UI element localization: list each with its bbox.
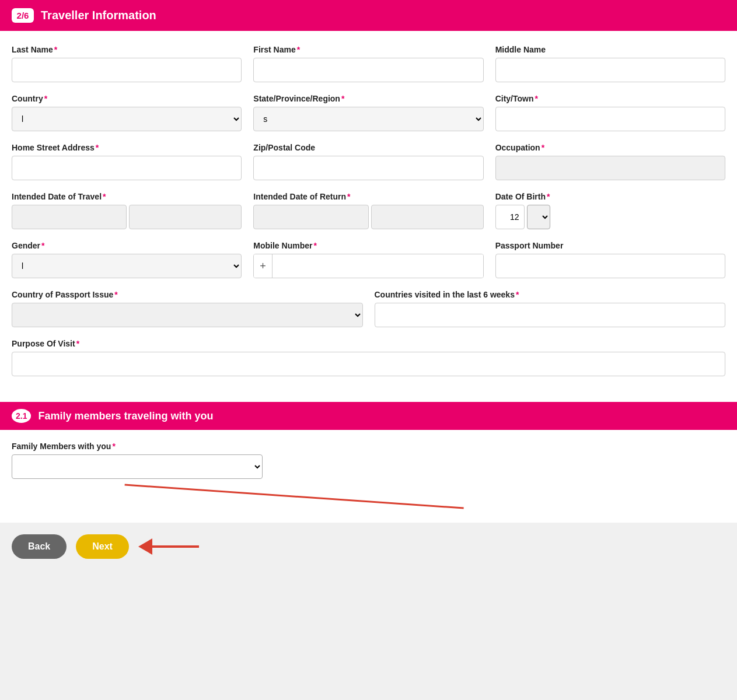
dob-field: Date Of Birth*	[495, 192, 725, 229]
city-required: *	[535, 94, 538, 103]
purpose-label: Purpose Of Visit*	[12, 339, 725, 348]
middle-name-field: Middle Name	[495, 45, 725, 82]
phone-prefix: +	[254, 254, 273, 278]
address-field: Home Street Address*	[12, 143, 242, 180]
return-date-required: *	[347, 192, 350, 201]
svg-line-0	[125, 485, 464, 508]
gender-field: Gender* l	[12, 241, 242, 278]
countries-visited-field: Countries visited in the last 6 weeks*	[375, 290, 726, 327]
state-label: State/Province/Region*	[253, 94, 483, 103]
first-name-label: First Name*	[253, 45, 483, 54]
passport-country-field: Country of Passport Issue*	[12, 290, 363, 327]
family-section-title: Family members traveling with you	[38, 410, 213, 422]
address-input[interactable]	[12, 156, 242, 180]
travel-date-field: Intended Date of Travel*	[12, 192, 242, 229]
zip-field: Zip/Postal Code	[253, 143, 483, 180]
first-name-required: *	[297, 45, 300, 54]
occupation-input[interactable]	[495, 156, 725, 180]
city-field: City/Town*	[495, 94, 725, 131]
dob-month-select[interactable]	[527, 205, 550, 229]
city-label: City/Town*	[495, 94, 725, 103]
countries-visited-input[interactable]	[375, 303, 726, 327]
phone-number-input[interactable]	[273, 254, 483, 278]
state-select[interactable]: s	[253, 107, 483, 131]
location-row: Country* l State/Province/Region* s City…	[12, 94, 725, 131]
occupation-field: Occupation*	[495, 143, 725, 180]
dates-row: Intended Date of Travel* Intended Date o…	[12, 192, 725, 229]
country-field: Country* l	[12, 94, 242, 131]
passport-countries-row: Country of Passport Issue* Countries vis…	[12, 290, 725, 327]
family-members-field: Family Members with you*	[12, 442, 263, 479]
countries-visited-label: Countries visited in the last 6 weeks*	[375, 290, 726, 299]
first-name-field: First Name*	[253, 45, 483, 82]
passport-country-required: *	[114, 290, 117, 299]
footer-bar: Back Next	[0, 523, 737, 570]
contact-row: Gender* l Mobile Number* + Passport Numb…	[12, 241, 725, 278]
travel-date-year[interactable]	[129, 205, 242, 229]
country-select[interactable]: l	[12, 107, 242, 131]
travel-date-label: Intended Date of Travel*	[12, 192, 242, 201]
passport-country-label: Country of Passport Issue*	[12, 290, 363, 299]
return-date-year[interactable]	[371, 205, 484, 229]
countries-visited-required: *	[516, 290, 519, 299]
back-button[interactable]: Back	[12, 534, 67, 559]
last-name-input[interactable]	[12, 58, 242, 82]
zip-label: Zip/Postal Code	[253, 143, 483, 152]
diagonal-arrow-area	[12, 479, 725, 511]
gender-select[interactable]: l	[12, 254, 242, 278]
gender-label: Gender*	[12, 241, 242, 250]
last-name-required: *	[54, 45, 57, 54]
state-field: State/Province/Region* s	[253, 94, 483, 131]
traveller-form: Last Name* First Name* Middle Name	[0, 31, 737, 402]
sub-step-badge: 2.1	[12, 409, 31, 423]
address-row: Home Street Address* Zip/Postal Code Occ…	[12, 143, 725, 180]
section-title: Traveller Information	[41, 9, 156, 22]
passport-field: Passport Number	[495, 241, 725, 278]
passport-label: Passport Number	[495, 241, 725, 250]
first-name-input[interactable]	[253, 58, 483, 82]
step-badge: 2/6	[12, 8, 34, 23]
return-date-group	[253, 205, 483, 229]
mobile-field: Mobile Number* +	[253, 241, 483, 278]
purpose-required: *	[76, 339, 79, 348]
arrow-body	[152, 545, 199, 548]
dob-required: *	[547, 192, 550, 201]
purpose-row: Purpose Of Visit* Vacation	[12, 339, 725, 376]
passport-country-select[interactable]	[12, 303, 363, 327]
country-label: Country*	[12, 94, 242, 103]
passport-input[interactable]	[495, 254, 725, 278]
return-date-input[interactable]	[253, 205, 368, 229]
return-date-field: Intended Date of Return*	[253, 192, 483, 229]
address-label: Home Street Address*	[12, 143, 242, 152]
family-members-label: Family Members with you*	[12, 442, 263, 451]
return-date-label: Intended Date of Return*	[253, 192, 483, 201]
mobile-label: Mobile Number*	[253, 241, 483, 250]
family-members-required: *	[112, 442, 115, 451]
occupation-required: *	[542, 143, 544, 152]
family-section-body: Family Members with you*	[0, 430, 737, 523]
purpose-field: Purpose Of Visit* Vacation	[12, 339, 725, 376]
next-button[interactable]: Next	[76, 534, 129, 559]
middle-name-input[interactable]	[495, 58, 725, 82]
family-members-select[interactable]	[12, 454, 263, 479]
dob-day-input[interactable]	[495, 205, 525, 229]
travel-date-input[interactable]	[12, 205, 127, 229]
occupation-label: Occupation*	[495, 143, 725, 152]
traveller-info-header: 2/6 Traveller Information	[0, 0, 737, 31]
family-section: 2.1 Family members traveling with you Fa…	[0, 402, 737, 523]
state-required: *	[341, 94, 344, 103]
gender-required: *	[41, 241, 44, 250]
next-button-arrow	[138, 538, 199, 555]
address-required: *	[96, 143, 99, 152]
purpose-input[interactable]: Vacation	[12, 352, 725, 376]
mobile-required: *	[313, 241, 316, 250]
phone-input-group: +	[253, 254, 483, 278]
diagonal-arrow-svg	[12, 479, 725, 511]
page-wrapper: 2/6 Traveller Information Last Name* Fir…	[0, 0, 737, 700]
dob-input-group	[495, 205, 725, 229]
zip-input[interactable]	[253, 156, 483, 180]
travel-date-required: *	[103, 192, 106, 201]
arrow-head	[138, 538, 152, 555]
city-input[interactable]	[495, 107, 725, 131]
family-section-header: 2.1 Family members traveling with you	[0, 402, 737, 430]
